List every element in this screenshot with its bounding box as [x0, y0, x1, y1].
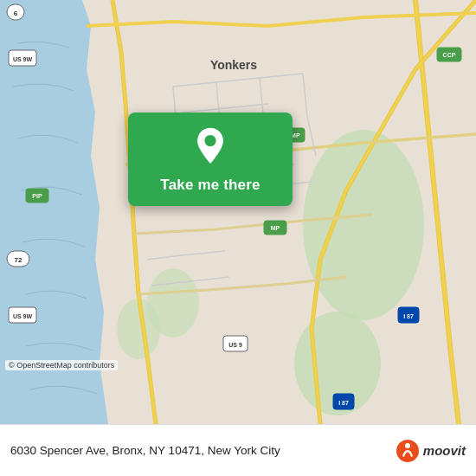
svg-text:6: 6 — [14, 10, 18, 17]
svg-point-31 — [405, 443, 410, 448]
svg-text:72: 72 — [15, 256, 23, 264]
svg-text:I 87: I 87 — [338, 400, 349, 406]
svg-text:Yonkers: Yonkers — [210, 58, 257, 72]
map-area: US 9W US 9W US 9 I 87 I 87 SMP MP PIP CC… — [0, 0, 476, 424]
svg-text:US 9: US 9 — [228, 342, 242, 348]
svg-text:I 87: I 87 — [403, 313, 414, 319]
take-me-there-button[interactable]: Take me there — [160, 177, 260, 194]
bottom-bar: 6030 Spencer Ave, Bronx, NY 10471, New Y… — [0, 424, 476, 476]
svg-text:US 9W: US 9W — [13, 313, 33, 319]
moovit-brand-label: moovit — [423, 443, 466, 458]
osm-attribution: © OpenStreetMap contributors — [5, 360, 118, 370]
svg-text:PIP: PIP — [32, 193, 42, 199]
address-text: 6030 Spencer Ave, Bronx, NY 10471, New Y… — [10, 444, 396, 457]
location-card[interactable]: Take me there — [128, 113, 293, 206]
svg-text:US 9W: US 9W — [13, 56, 33, 62]
svg-text:CCP: CCP — [443, 52, 456, 58]
svg-point-29 — [204, 135, 215, 146]
svg-text:MP: MP — [271, 225, 280, 231]
moovit-logo: moovit — [396, 439, 466, 463]
location-pin-icon — [190, 126, 231, 168]
moovit-logo-icon — [396, 439, 420, 463]
